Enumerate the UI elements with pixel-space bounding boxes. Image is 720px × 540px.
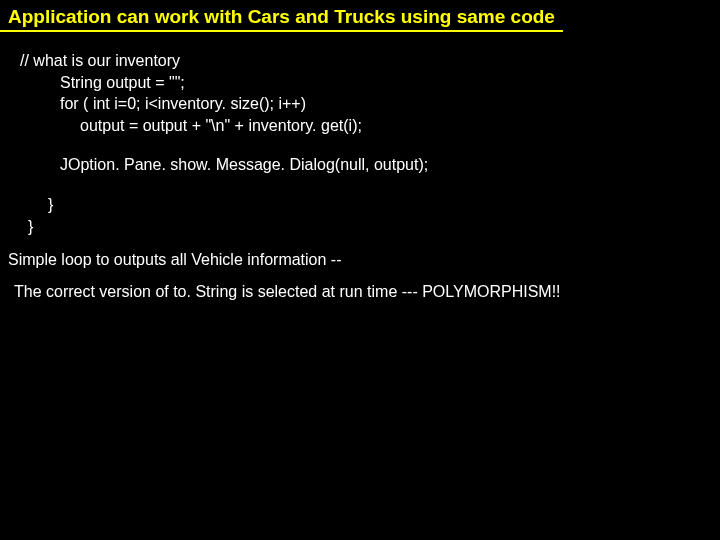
slide: Application can work with Cars and Truck… [0, 0, 720, 540]
code-line-output-decl: String output = ""; [20, 72, 700, 94]
title-wrapper: Application can work with Cars and Truck… [0, 0, 720, 50]
code-comment: // what is our inventory [20, 50, 700, 72]
code-line-output-concat: output = output + "\n" + inventory. get(… [20, 115, 700, 137]
spacer [20, 176, 700, 194]
code-line-for: for ( int i=0; i<inventory. size(); i++) [20, 93, 700, 115]
code-block: // what is our inventory String output =… [0, 50, 720, 237]
description-polymorphism: The correct version of to. String is sel… [0, 269, 720, 301]
description-loop: Simple loop to outputs all Vehicle infor… [0, 237, 720, 269]
code-close-brace-outer: } [20, 216, 700, 238]
slide-title: Application can work with Cars and Truck… [0, 0, 563, 32]
spacer [20, 136, 700, 154]
code-close-brace-inner: } [20, 194, 700, 216]
code-line-dialog: JOption. Pane. show. Message. Dialog(nul… [20, 154, 700, 176]
